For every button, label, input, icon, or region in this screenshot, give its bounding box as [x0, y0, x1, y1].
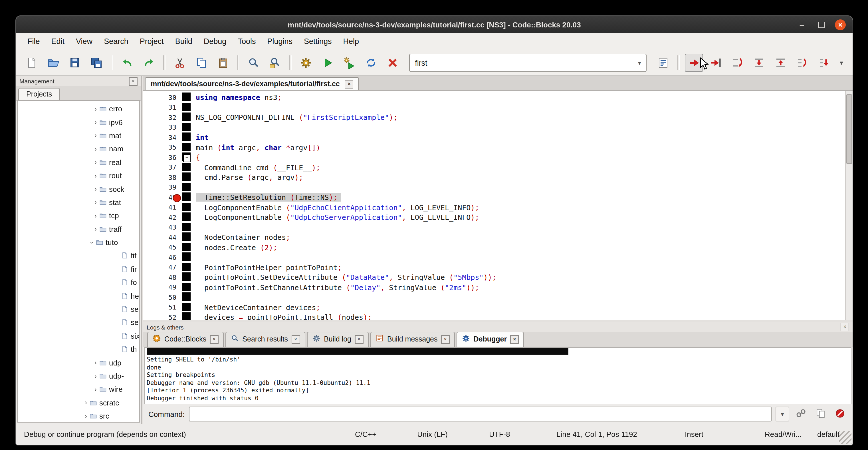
- tree-item-udp-[interactable]: ›udp-: [18, 369, 139, 383]
- open-file-button[interactable]: [44, 54, 62, 72]
- copy-button[interactable]: [192, 54, 210, 72]
- tree-item-th[interactable]: th: [18, 342, 139, 356]
- chevron-down-icon[interactable]: ▾: [638, 59, 641, 66]
- tree-expander-icon[interactable]: ›: [92, 212, 99, 220]
- tree-expander-icon[interactable]: ›: [82, 399, 90, 407]
- fold-margin[interactable]: [182, 92, 191, 102]
- minimize-button[interactable]: –: [796, 19, 807, 30]
- build-target-options-button[interactable]: [654, 54, 673, 72]
- fold-margin[interactable]: [182, 282, 191, 292]
- line-number[interactable]: 32: [143, 114, 182, 122]
- close-button[interactable]: ×: [835, 19, 846, 30]
- logs-close-icon[interactable]: ×: [841, 323, 849, 331]
- tree-expander-icon[interactable]: ›: [92, 172, 99, 180]
- line-number[interactable]: 47: [143, 264, 182, 272]
- tree-item-tuto[interactable]: ›tuto: [18, 236, 139, 249]
- build-target-combo[interactable]: first▾: [409, 54, 647, 72]
- fold-margin[interactable]: [182, 272, 191, 282]
- title-bar[interactable]: mnt/dev/tools/source/ns-3-dev/examples/t…: [16, 16, 852, 33]
- tree-item-he[interactable]: he: [18, 289, 139, 303]
- fold-margin[interactable]: [182, 102, 191, 113]
- save-file-button[interactable]: [66, 54, 84, 72]
- tree-item-se[interactable]: se: [18, 316, 139, 330]
- tree-expander-icon[interactable]: ›: [92, 372, 99, 380]
- step-into-button[interactable]: [750, 54, 768, 72]
- run-button[interactable]: [318, 54, 337, 72]
- toolbar-overflow-button[interactable]: ▾: [835, 55, 848, 70]
- menu-settings[interactable]: Settings: [298, 35, 338, 48]
- code-line-38[interactable]: 38 cmd.Parse (argc, argv);: [143, 173, 852, 182]
- tab-close-icon[interactable]: ×: [355, 335, 363, 343]
- menu-debug[interactable]: Debug: [198, 35, 232, 48]
- code-line-52[interactable]: 52 devices = pointToPoint.Install (nodes…: [143, 312, 852, 320]
- logs-tab-search-results[interactable]: Search results×: [225, 332, 305, 347]
- tree-item-six[interactable]: six: [18, 329, 139, 342]
- line-number[interactable]: 33: [143, 124, 182, 132]
- code-line-35[interactable]: 35main (int argc, char *argv[]): [143, 143, 852, 152]
- tab-projects[interactable]: Projects: [18, 88, 60, 100]
- line-number[interactable]: 36: [143, 154, 182, 161]
- code-line-43[interactable]: 43: [143, 222, 852, 233]
- code-line-32[interactable]: 32NS_LOG_COMPONENT_DEFINE ("FirstScriptE…: [143, 113, 852, 122]
- cut-button[interactable]: [170, 54, 189, 72]
- code-line-45[interactable]: 45 nodes.Create (2);: [143, 242, 852, 252]
- tree-expander-icon[interactable]: ›: [92, 225, 99, 233]
- line-number[interactable]: 31: [143, 103, 182, 112]
- code-line-31[interactable]: 31: [143, 102, 852, 113]
- command-input[interactable]: [189, 407, 772, 421]
- fold-margin[interactable]: [182, 302, 191, 312]
- tree-expander-icon[interactable]: ›: [82, 412, 90, 420]
- code-line-42[interactable]: 42 LogComponentEnable ("UdpEchoServerApp…: [143, 212, 852, 222]
- fold-collapse-icon[interactable]: −: [183, 154, 191, 162]
- line-number[interactable]: 43: [143, 223, 182, 232]
- fold-margin[interactable]: [182, 212, 191, 222]
- line-number[interactable]: 44: [143, 234, 182, 242]
- code-line-47[interactable]: 47 PointToPointHelper pointToPoint;: [143, 262, 852, 272]
- fold-margin[interactable]: [182, 132, 191, 143]
- build-button[interactable]: [297, 54, 315, 72]
- code-line-51[interactable]: 51 NetDeviceContainer devices;: [143, 302, 852, 312]
- menu-help[interactable]: Help: [338, 35, 365, 48]
- line-number[interactable]: 52: [143, 313, 182, 320]
- step-into-instruction-button[interactable]: [815, 54, 833, 72]
- logs-tab-debugger[interactable]: Debugger×: [457, 332, 524, 347]
- code-line-40[interactable]: 40 Time::SetResolution (Time::NS);: [143, 192, 852, 203]
- fold-margin[interactable]: [182, 292, 191, 302]
- logs-tab-build-log[interactable]: Build log×: [307, 332, 368, 347]
- code-line-46[interactable]: 46: [143, 252, 852, 262]
- fold-margin[interactable]: [182, 203, 191, 212]
- step-out-button[interactable]: [772, 54, 790, 72]
- menu-plugins[interactable]: Plugins: [261, 35, 298, 48]
- tab-close-icon[interactable]: ×: [510, 335, 519, 343]
- fold-margin[interactable]: [182, 233, 191, 242]
- code-line-33[interactable]: 33: [143, 122, 852, 132]
- line-number[interactable]: 30: [143, 94, 182, 102]
- management-close-icon[interactable]: ×: [129, 77, 137, 85]
- fold-margin[interactable]: [182, 312, 191, 320]
- tree-expander-icon[interactable]: ›: [92, 132, 99, 140]
- tree-item-sock[interactable]: ›sock: [18, 182, 139, 196]
- breakpoint-icon[interactable]: [173, 194, 181, 202]
- save-all-button[interactable]: [87, 54, 105, 72]
- editor-scrollbar[interactable]: [845, 91, 852, 320]
- tree-item-scratc[interactable]: ›scratc: [18, 396, 139, 410]
- tree-expander-icon[interactable]: ›: [92, 105, 99, 113]
- tree-item-ipv6[interactable]: ›ipv6: [18, 116, 139, 129]
- fold-margin[interactable]: [182, 182, 191, 192]
- line-number[interactable]: 48: [143, 274, 182, 281]
- fold-margin[interactable]: [182, 192, 191, 203]
- rebuild-button[interactable]: [362, 54, 380, 72]
- tree-item-nam[interactable]: ›nam: [18, 142, 139, 156]
- fold-margin[interactable]: [182, 252, 191, 262]
- find-in-files-button[interactable]: [266, 54, 284, 72]
- logs-tab-code-blocks[interactable]: Code::Blocks×: [147, 332, 223, 347]
- menu-project[interactable]: Project: [134, 35, 169, 48]
- build-and-run-button[interactable]: [340, 54, 359, 72]
- tree-item-wire[interactable]: ›wire: [18, 383, 139, 396]
- tree-expander-icon[interactable]: ›: [92, 145, 99, 153]
- tree-item-real[interactable]: ›real: [18, 156, 139, 169]
- fold-margin[interactable]: [182, 143, 191, 152]
- line-number[interactable]: 35: [143, 144, 182, 152]
- fold-margin[interactable]: [182, 113, 191, 122]
- redo-button[interactable]: [140, 54, 158, 72]
